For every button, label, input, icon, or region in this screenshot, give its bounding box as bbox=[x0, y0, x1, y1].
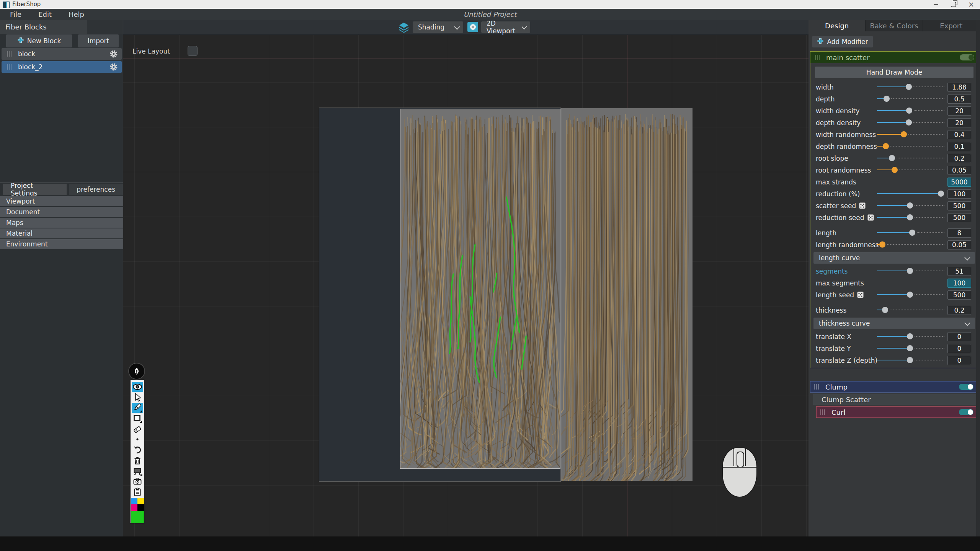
menu-help[interactable]: Help bbox=[69, 10, 84, 18]
tab-design[interactable]: Design bbox=[808, 20, 866, 31]
camera-icon[interactable] bbox=[132, 476, 143, 486]
gear-icon[interactable] bbox=[109, 63, 118, 71]
hand-draw-mode-button[interactable]: Hand Draw Mode bbox=[815, 67, 973, 78]
shading-dropdown[interactable]: Shading bbox=[413, 21, 463, 33]
thickness-curve-section[interactable]: thickness curve bbox=[813, 318, 975, 329]
annotation-pen-tool-icon[interactable] bbox=[129, 364, 144, 379]
fiber-block-row-block[interactable]: block bbox=[2, 48, 122, 60]
param-value[interactable]: 8 bbox=[947, 228, 971, 238]
rectangle-icon[interactable] bbox=[132, 413, 143, 423]
param-value[interactable]: 500 bbox=[947, 201, 971, 210]
param-value[interactable]: 0 bbox=[947, 344, 971, 353]
main-scatter-toggle[interactable] bbox=[960, 54, 974, 60]
slider-handle[interactable] bbox=[906, 119, 912, 126]
slider-handle[interactable] bbox=[907, 292, 913, 298]
eraser-icon[interactable] bbox=[132, 424, 143, 434]
main-scatter-header[interactable]: main scatter bbox=[810, 52, 978, 63]
tab-bake-colors[interactable]: Bake & Colors bbox=[866, 20, 923, 31]
whiteboard-icon[interactable] bbox=[132, 466, 143, 476]
viewport-canvas[interactable]: Shading 2D Viewport Live Layout bbox=[123, 20, 808, 536]
menu-file[interactable]: File bbox=[10, 10, 21, 18]
param-slider[interactable] bbox=[877, 93, 944, 105]
param-value[interactable]: 0.2 bbox=[947, 306, 971, 315]
restore-button[interactable] bbox=[945, 0, 962, 9]
slider-handle[interactable] bbox=[901, 131, 907, 137]
slider-handle[interactable] bbox=[907, 268, 913, 274]
slider-handle[interactable] bbox=[907, 214, 913, 220]
param-value[interactable]: 100 bbox=[947, 279, 971, 288]
slider-handle[interactable] bbox=[889, 155, 895, 161]
tab-project-settings[interactable]: Project Settings bbox=[3, 184, 67, 195]
dice-icon[interactable] bbox=[857, 291, 864, 298]
slider-handle[interactable] bbox=[879, 241, 885, 248]
param-slider[interactable] bbox=[877, 342, 944, 354]
slider-handle[interactable] bbox=[907, 357, 913, 363]
param-value[interactable]: 0 bbox=[947, 332, 971, 341]
param-value[interactable]: 500 bbox=[947, 213, 971, 222]
param-value[interactable]: 0.05 bbox=[947, 166, 971, 175]
live-layout-checkbox[interactable] bbox=[188, 46, 198, 56]
param-value[interactable]: 0.1 bbox=[947, 142, 971, 151]
scrollbar[interactable] bbox=[976, 20, 980, 536]
param-slider[interactable] bbox=[877, 129, 944, 140]
slider-handle[interactable] bbox=[892, 167, 898, 173]
menu-edit[interactable]: Edit bbox=[38, 10, 52, 18]
settings-item-environment[interactable]: Environment bbox=[0, 239, 123, 249]
param-slider[interactable] bbox=[877, 164, 944, 176]
param-value[interactable]: 1.88 bbox=[947, 83, 971, 92]
param-value[interactable]: 100 bbox=[947, 189, 971, 199]
new-block-button[interactable]: New Block bbox=[6, 34, 72, 47]
color-swatch-2[interactable] bbox=[131, 504, 137, 511]
dot-icon[interactable] bbox=[132, 434, 143, 444]
drag-handle-icon[interactable] bbox=[7, 51, 12, 57]
close-button[interactable]: × bbox=[962, 0, 980, 9]
param-value[interactable]: 51 bbox=[947, 267, 971, 276]
trash-icon[interactable] bbox=[132, 455, 143, 465]
length-curve-section[interactable]: length curve bbox=[813, 252, 975, 264]
slider-handle[interactable] bbox=[884, 96, 890, 102]
modifier-clump-scatter[interactable]: Clump Scatter bbox=[813, 394, 978, 405]
param-value[interactable]: 0.05 bbox=[947, 240, 971, 249]
settings-item-material[interactable]: Material bbox=[0, 228, 123, 238]
tab-preferences[interactable]: preferences bbox=[69, 184, 123, 195]
param-slider[interactable] bbox=[877, 354, 944, 366]
param-slider[interactable] bbox=[877, 212, 944, 223]
param-slider[interactable] bbox=[877, 227, 944, 239]
modifier-curl[interactable]: Curl bbox=[816, 406, 978, 418]
param-value[interactable]: 5000 bbox=[947, 178, 971, 187]
param-slider[interactable] bbox=[877, 152, 944, 164]
undo-icon[interactable] bbox=[132, 445, 143, 455]
slider-handle[interactable] bbox=[907, 333, 913, 339]
param-slider[interactable] bbox=[877, 81, 944, 93]
clipboard-icon[interactable] bbox=[132, 487, 143, 497]
slider-handle[interactable] bbox=[938, 191, 944, 197]
param-slider[interactable] bbox=[877, 117, 944, 129]
drag-handle-icon[interactable] bbox=[820, 409, 825, 415]
param-value[interactable]: 500 bbox=[947, 290, 971, 300]
param-slider[interactable] bbox=[877, 289, 944, 301]
import-button[interactable]: Import bbox=[78, 34, 119, 47]
settings-item-document[interactable]: Document bbox=[0, 207, 123, 217]
settings-item-maps[interactable]: Maps bbox=[0, 218, 123, 228]
hair-preview-block[interactable] bbox=[400, 109, 560, 469]
settings-item-viewport[interactable]: Viewport bbox=[0, 196, 123, 206]
param-slider[interactable] bbox=[877, 200, 944, 212]
param-value[interactable]: 0.4 bbox=[947, 130, 971, 139]
param-slider[interactable] bbox=[877, 331, 944, 342]
viewport-mode-dropdown[interactable]: 2D Viewport bbox=[481, 21, 530, 33]
eye-icon[interactable] bbox=[132, 382, 143, 392]
add-modifier-button[interactable]: Add Modifier bbox=[812, 36, 873, 47]
modifier-toggle[interactable] bbox=[959, 384, 973, 390]
param-value[interactable]: 0.5 bbox=[947, 95, 971, 104]
param-slider[interactable] bbox=[877, 188, 944, 200]
dice-icon[interactable] bbox=[859, 202, 866, 209]
param-value[interactable]: 0 bbox=[947, 356, 971, 365]
tab-export[interactable]: Export bbox=[923, 20, 980, 31]
param-value[interactable]: 20 bbox=[947, 106, 971, 116]
drag-handle-icon[interactable] bbox=[814, 384, 819, 390]
slider-handle[interactable] bbox=[882, 307, 888, 313]
slider-handle[interactable] bbox=[906, 84, 912, 90]
slider-handle[interactable] bbox=[907, 202, 913, 209]
modifier-toggle[interactable] bbox=[959, 409, 973, 415]
color-swatch-1[interactable] bbox=[137, 498, 144, 504]
